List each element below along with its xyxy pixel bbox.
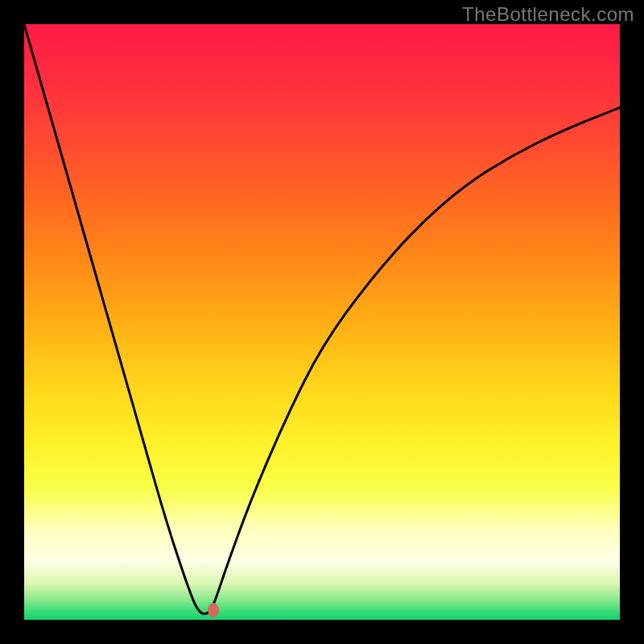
- bottleneck-curve: [24, 24, 620, 620]
- chart-frame: TheBottleneck.com: [0, 0, 644, 644]
- optimum-marker: [208, 603, 219, 617]
- watermark-text: TheBottleneck.com: [462, 3, 634, 26]
- plot-area: [24, 24, 620, 620]
